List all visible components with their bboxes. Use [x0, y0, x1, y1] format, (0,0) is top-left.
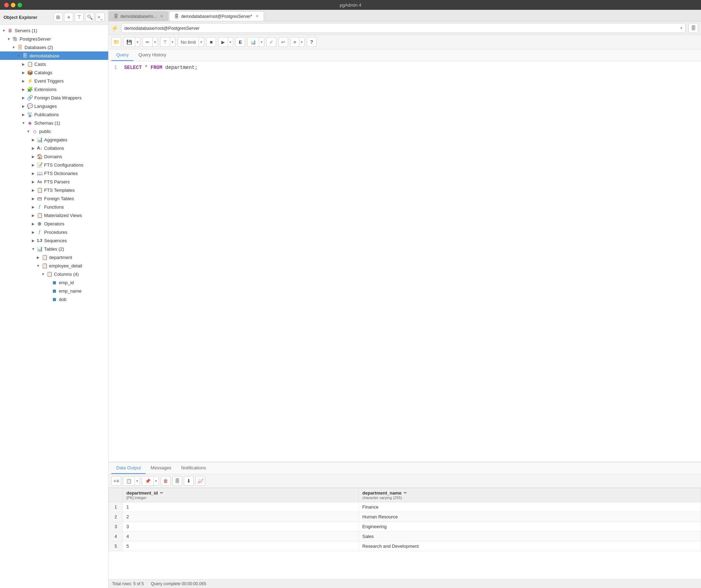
table-view-button[interactable]: ≡ — [64, 13, 73, 22]
add-row-button[interactable]: +≡ — [111, 476, 121, 486]
toggle-materialized-views[interactable] — [31, 213, 36, 218]
open-file-button[interactable]: 📁 — [111, 37, 121, 47]
tab-demodatabase-1[interactable]: 🗄 demodatabase/ro... ✕ — [109, 11, 168, 21]
tab1-close-button[interactable]: ✕ — [160, 14, 163, 19]
tree-item-event-triggers[interactable]: ⚡ Event Triggers — [0, 77, 108, 85]
toggle-extensions[interactable] — [21, 87, 26, 92]
tree-view-button[interactable]: ⊤ — [75, 13, 84, 22]
paste-dropdown[interactable]: 📌 ▾ — [142, 476, 159, 486]
toggle-fts-templates[interactable] — [31, 188, 36, 192]
edit-dropdown[interactable]: ✏ ▾ — [143, 37, 158, 47]
connection-action-button[interactable]: 🗄 — [688, 23, 698, 33]
tree-item-employee-detail[interactable]: 📋 employee_detail — [0, 261, 108, 270]
tree-item-servers[interactable]: 🖥 Servers (1) — [0, 26, 108, 35]
limit-dropdown[interactable]: No limit ▾ — [178, 37, 204, 47]
tree-item-databases[interactable]: 🗄 Databases (2) — [0, 43, 108, 51]
help-button[interactable]: ? — [307, 37, 317, 47]
toggle-aggregates[interactable] — [31, 137, 36, 142]
analyze-dropdown[interactable]: 📊 ▾ — [247, 37, 264, 47]
toggle-department[interactable] — [36, 255, 41, 260]
tree-item-casts[interactable]: 📋 Casts — [0, 60, 108, 68]
tree-item-catalogs[interactable]: 📦 Catalogs — [0, 68, 108, 77]
tab-query-history[interactable]: Query History — [133, 49, 171, 61]
tree-item-fts-templates[interactable]: 📋 FTS Templates — [0, 186, 108, 194]
tree-item-postgresserver[interactable]: 🐘 PostgresServer — [0, 35, 108, 43]
tree-item-schemas[interactable]: ◈ Schemas (1) — [0, 119, 108, 127]
tree-item-collations[interactable]: A↓ Collations — [0, 144, 108, 152]
toggle-catalogs[interactable] — [21, 70, 26, 75]
download-button[interactable]: ⬇ — [184, 476, 194, 486]
tree-item-publications[interactable]: 📡 Publications — [0, 110, 108, 119]
toggle-tables[interactable] — [31, 246, 36, 251]
edit-col-department-id[interactable]: ✏ — [160, 491, 163, 495]
tree-item-emp-id[interactable]: ▦ emp_id — [0, 278, 108, 287]
toggle-foreign-tables[interactable] — [31, 196, 36, 201]
tree-item-foreign-tables[interactable]: 🗃 Foreign Tables — [0, 194, 108, 203]
tree-item-operators[interactable]: ⊕ Operators — [0, 219, 108, 228]
terminal-button[interactable]: >_ — [96, 13, 105, 22]
toggle-demodatabase[interactable] — [16, 53, 21, 58]
tab-demodatabase-2[interactable]: 🗄 demodatabase/root@PostgresServer* ✕ — [169, 11, 264, 21]
tree-item-fts-parsers[interactable]: Aa FTS Parsers — [0, 177, 108, 186]
toggle-procedures[interactable] — [31, 230, 36, 234]
table-row[interactable]: 44Sales — [109, 532, 701, 541]
table-row[interactable]: 22Human Resource — [109, 512, 701, 522]
toggle-databases[interactable] — [11, 45, 16, 50]
close-button[interactable] — [4, 3, 9, 7]
table-row[interactable]: 55Research and Development — [109, 541, 701, 551]
search-button[interactable]: 🔍 — [85, 13, 94, 22]
toggle-collations[interactable] — [31, 146, 36, 150]
tree-item-languages[interactable]: 💬 Languages — [0, 102, 108, 110]
save-data-button[interactable]: 🗄 — [172, 476, 182, 486]
toggle-fdw[interactable] — [21, 95, 26, 100]
toggle-fts-parsers[interactable] — [31, 179, 36, 184]
tree-item-foreign-data-wrappers[interactable]: 🔗 Foreign Data Wrappers — [0, 93, 108, 102]
tree-item-functions[interactable]: ƒ Functions — [0, 203, 108, 211]
tree-item-sequences[interactable]: 1.3 Sequences — [0, 236, 108, 245]
toggle-operators[interactable] — [31, 221, 36, 226]
tree-item-emp-name[interactable]: ▦ emp_name — [0, 287, 108, 295]
tree-item-aggregates[interactable]: 📊 Aggregates — [0, 135, 108, 144]
tree-item-demodatabase[interactable]: 🗄 demodatabase — [0, 51, 108, 60]
macros-dropdown[interactable]: ≡ ▾ — [290, 37, 305, 47]
toggle-functions[interactable] — [31, 204, 36, 209]
toggle-domains[interactable] — [31, 154, 36, 159]
tree-item-department[interactable]: 📋 department — [0, 253, 108, 261]
copy-dropdown[interactable]: 📋 ▾ — [123, 476, 140, 486]
filter-dropdown[interactable]: ⊤ ▾ — [160, 37, 175, 47]
grid-view-button[interactable]: ⊞ — [54, 13, 63, 22]
tree-item-fts-configs[interactable]: 📝 FTS Configurations — [0, 161, 108, 169]
tab-messages[interactable]: Messages — [146, 462, 176, 474]
tree-item-tables[interactable]: 📊 Tables (2) — [0, 245, 108, 253]
tab2-close-button[interactable]: ✕ — [256, 14, 259, 19]
tree-item-columns[interactable]: 📋 Columns (4) — [0, 270, 108, 278]
toggle-publications[interactable] — [21, 112, 26, 117]
toggle-schemas[interactable] — [21, 120, 26, 125]
tree-item-materialized-views[interactable]: 📋 Materialized Views — [0, 211, 108, 219]
tab-query[interactable]: Query — [111, 49, 133, 61]
tree-item-extensions[interactable]: 🧩 Extensions — [0, 85, 108, 93]
commit-button[interactable]: ✓ — [266, 37, 276, 47]
tree-item-domains[interactable]: 🏠 Domains — [0, 152, 108, 161]
save-dropdown[interactable]: 💾 ▾ — [123, 37, 140, 47]
toggle-columns[interactable] — [41, 272, 46, 276]
delete-row-button[interactable]: 🗑 — [161, 476, 171, 486]
query-editor[interactable]: 1SELECT * FROM department; — [109, 61, 701, 462]
tab-data-output[interactable]: Data Output — [111, 462, 146, 474]
tree-item-public[interactable]: ◇ public — [0, 127, 108, 135]
rollback-button[interactable]: ↩ — [278, 37, 288, 47]
tab-notifications[interactable]: Notifications — [176, 462, 211, 474]
table-row[interactable]: 33Engineering — [109, 522, 701, 532]
toggle-languages[interactable] — [21, 104, 26, 108]
tree-item-procedures[interactable]: ƒ Procedures — [0, 228, 108, 236]
edit-col-department-name[interactable]: ✏ — [404, 491, 407, 495]
toggle-casts[interactable] — [21, 62, 26, 66]
table-row[interactable]: 11Finance — [109, 502, 701, 512]
minimize-button[interactable] — [11, 3, 15, 7]
connection-select[interactable]: demodatabase/root@PostgresServer ▾ — [121, 23, 686, 33]
toggle-fts-configs[interactable] — [31, 162, 36, 167]
tree-item-fts-dicts[interactable]: 📖 FTS Dictionaries — [0, 169, 108, 177]
tree-item-dob[interactable]: ▦ dob — [0, 295, 108, 303]
toggle-sequences[interactable] — [31, 238, 36, 243]
toggle-public[interactable] — [26, 129, 31, 134]
